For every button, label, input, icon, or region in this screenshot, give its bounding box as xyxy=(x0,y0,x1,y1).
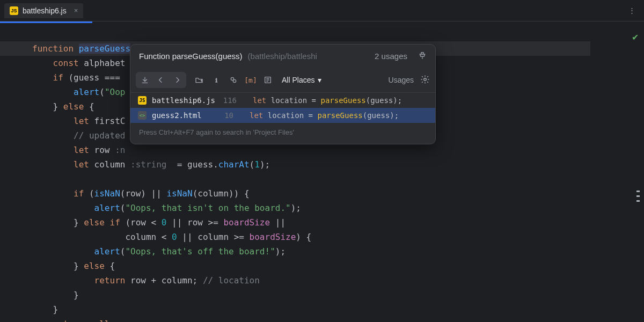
function-call: isNaN xyxy=(94,188,120,199)
regex-icon[interactable]: [m] xyxy=(243,72,258,87)
code-text xyxy=(84,319,89,322)
pin-icon[interactable] xyxy=(418,51,427,61)
usage-result-row[interactable]: JS battleship6.js 116 let location = par… xyxy=(130,93,435,108)
popup-header: Function parseGuess(guess) (battleship/b… xyxy=(130,45,435,68)
code-text: } xyxy=(74,261,84,271)
scope-label: All Places xyxy=(282,76,314,84)
comment: // location xyxy=(203,275,260,286)
keyword: function xyxy=(32,43,74,54)
code-text: (row < xyxy=(120,217,162,228)
code-text: { xyxy=(105,261,115,271)
html-file-icon: <> xyxy=(138,111,147,120)
js-file-icon: JS xyxy=(10,6,18,15)
scope-dropdown[interactable]: All Places ▾ xyxy=(282,76,321,84)
code-text: ); xyxy=(275,246,286,257)
keyword: if xyxy=(110,217,120,228)
result-line-number: 10 xyxy=(217,111,233,120)
code-text: || column >= xyxy=(177,232,250,242)
preview-icon[interactable] xyxy=(260,72,275,87)
find-usages-popup: Function parseGuess(guess) (battleship/b… xyxy=(130,44,436,144)
tab-bar: JS battleship6.js × ⋮ xyxy=(0,0,644,21)
popup-hint: Press Ctrl+Alt+F7 again to search in 'Pr… xyxy=(130,123,435,144)
svg-point-5 xyxy=(424,78,427,80)
tab-filename: battleship6.js xyxy=(23,6,67,15)
function-call: charAt xyxy=(218,159,250,170)
code-text: { xyxy=(84,101,94,112)
popup-title: Function parseGuess(guess) xyxy=(139,52,243,61)
keyword: let xyxy=(74,145,89,155)
code-text: ; xyxy=(110,319,115,322)
code-text: firstC xyxy=(89,116,125,126)
chevron-down-icon: ▾ xyxy=(318,76,321,84)
code-text: } xyxy=(74,217,84,228)
code-text: ); xyxy=(260,159,270,170)
filter-icon[interactable] xyxy=(226,72,241,87)
keyword: return xyxy=(53,319,84,322)
keyword: const xyxy=(53,58,79,68)
keyword: return xyxy=(94,275,126,286)
gear-icon[interactable] xyxy=(420,75,430,86)
open-tool-window-icon[interactable] xyxy=(137,73,153,87)
code-text: column < xyxy=(125,232,172,242)
identifier: boardSize xyxy=(250,232,296,242)
results-list: JS battleship6.js 116 let location = par… xyxy=(130,93,435,123)
js-file-icon: JS xyxy=(138,96,147,105)
close-tab-icon[interactable]: × xyxy=(74,6,78,14)
code-text: ( xyxy=(250,159,255,170)
result-snippet: let location = parseGuess(guess); xyxy=(253,96,402,105)
active-tab-indicator xyxy=(0,21,92,23)
svg-text:i: i xyxy=(216,77,217,83)
usage-result-row[interactable]: <> guess2.html 10 let location = parseGu… xyxy=(130,108,435,123)
function-call: alert xyxy=(94,203,120,213)
info-icon[interactable]: i xyxy=(209,72,224,87)
keyword: else xyxy=(63,101,84,112)
code-text: row xyxy=(89,145,115,155)
number-literal: 1 xyxy=(254,159,260,170)
scrollbar-marks xyxy=(636,191,642,205)
code-text: ( xyxy=(120,246,126,257)
function-call: alert xyxy=(74,87,99,97)
popup-toolbar: i [m] All Places ▾ Usages xyxy=(130,68,435,93)
code-text: row + column; xyxy=(125,275,203,286)
code-text: column xyxy=(89,159,130,170)
keyword: let xyxy=(74,116,89,126)
tab-overflow-menu-icon[interactable]: ⋮ xyxy=(628,6,635,14)
code-text: ( xyxy=(99,87,105,97)
popup-path: (battleship/battleshi xyxy=(248,52,365,61)
code-text: ) { xyxy=(296,232,311,242)
code-text: } xyxy=(53,304,58,314)
code-text: (guess === xyxy=(63,72,120,83)
code-text: = guess. xyxy=(172,159,218,170)
next-occurrence-icon[interactable] xyxy=(169,73,185,87)
function-call: alert xyxy=(94,246,120,257)
type-hint: :n xyxy=(115,145,125,155)
svg-point-3 xyxy=(233,79,236,82)
code-text: (column)) { xyxy=(193,188,250,199)
function-name[interactable]: parseGuess xyxy=(79,43,130,54)
comment: // updated xyxy=(74,130,125,141)
type-hint: :string xyxy=(130,159,172,170)
editor-tab[interactable]: JS battleship6.js × xyxy=(4,3,83,18)
code-text xyxy=(105,217,110,228)
code-text: || xyxy=(270,217,286,228)
keyword: if xyxy=(74,188,84,199)
string-literal: "Oops, that isn't on the board." xyxy=(125,203,290,213)
keyword: null xyxy=(89,319,110,322)
result-filename: guess2.html xyxy=(152,111,212,120)
keyword: else xyxy=(84,217,105,228)
result-snippet: let location = parseGuess(guess); xyxy=(250,111,399,120)
string-literal: "Oop xyxy=(105,87,126,97)
prev-occurrence-icon[interactable] xyxy=(153,73,169,87)
result-filename: battleship6.js xyxy=(152,96,215,105)
keyword: let xyxy=(74,159,89,170)
string-literal: "Oops, that's off the board!" xyxy=(125,246,275,257)
keyword: else xyxy=(84,261,105,271)
code-text: alphabet xyxy=(79,58,126,68)
result-line-number: 116 xyxy=(221,96,237,105)
inspection-ok-icon[interactable]: ✔ xyxy=(632,32,639,42)
code-text: } xyxy=(74,290,79,300)
usages-type-dropdown[interactable]: Usages xyxy=(389,76,414,84)
code-text: ); xyxy=(291,203,301,213)
code-text: ( xyxy=(120,203,126,213)
new-folder-icon[interactable] xyxy=(192,72,207,87)
